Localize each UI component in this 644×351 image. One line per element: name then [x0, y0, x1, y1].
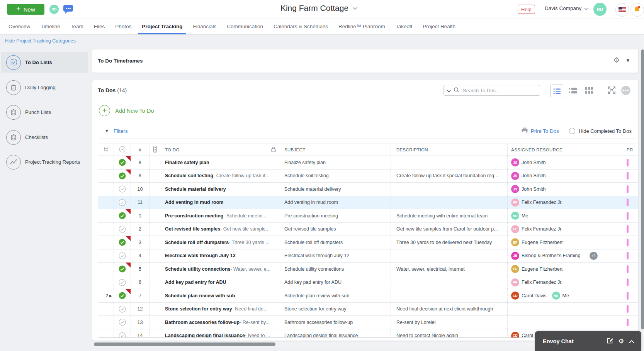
header-stoplight-column[interactable] [150, 144, 161, 156]
row-completed-cell[interactable] [114, 209, 131, 222]
header-description-column[interactable]: DESCRIPTION [391, 144, 508, 156]
tab-calendars-schedules[interactable]: Calendars & Schedules [274, 19, 328, 34]
row-completed-cell[interactable] [114, 183, 131, 196]
row-assigned-resources[interactable]: EFEugene Fitzherbert [508, 263, 623, 276]
sidebar-item-punch-lists[interactable]: Punch Lists [1, 102, 88, 122]
completed-checkbox[interactable] [119, 199, 126, 206]
row-completed-cell[interactable] [114, 196, 131, 209]
header-tree-column[interactable] [98, 144, 114, 156]
row-stoplight-cell[interactable] [150, 170, 161, 183]
header-assigned-column[interactable]: ASSIGNED RESOURCE [508, 144, 623, 156]
row-stoplight-cell[interactable] [150, 209, 161, 222]
tab-redline-planroom[interactable]: Redline™ Planroom [338, 19, 385, 34]
todo-table-row[interactable]: ▶ 6 Add key pad entry for ADU Add key pa… [98, 276, 638, 290]
row-todo-cell[interactable]: Get revised tile samples - Get new tile … [161, 223, 280, 236]
row-stoplight-cell[interactable] [150, 303, 161, 316]
tab-files[interactable]: Files [94, 19, 105, 34]
row-todo-cell[interactable]: Schedule soil testing - Create follow-up… [161, 170, 280, 183]
row-assigned-resources[interactable]: JSJohn Smith [508, 156, 623, 169]
help-button[interactable]: Help [518, 5, 535, 14]
header-number-column[interactable]: # [131, 144, 150, 156]
row-completed-cell[interactable] [114, 170, 131, 183]
row-stoplight-cell[interactable] [150, 249, 161, 263]
row-tree-cell[interactable]: ▶ [98, 209, 114, 222]
list-view-button[interactable] [551, 85, 563, 97]
board-view-button[interactable] [585, 87, 593, 95]
row-completed-cell[interactable] [114, 236, 131, 249]
sidebar-item-project-tracking-reports[interactable]: Project Tracking Reports [1, 152, 88, 172]
tab-financials[interactable]: Financials [193, 19, 216, 34]
chat-settings-gear-icon[interactable]: ⚙ [619, 338, 624, 344]
row-tree-cell[interactable]: ▶ [98, 223, 114, 236]
expand-arrow-icon[interactable]: ▶ [109, 294, 112, 298]
row-tree-cell[interactable]: ▶ [98, 249, 114, 263]
row-assigned-resources[interactable]: EFEugene Fitzherbert [508, 236, 623, 249]
row-todo-cell[interactable]: Electrical walk through July 12 [161, 249, 280, 263]
add-new-todo-button[interactable]: + Add New To Do [99, 105, 154, 116]
row-stoplight-cell[interactable] [150, 329, 161, 338]
hide-completed-checkbox[interactable] [569, 128, 575, 134]
row-stoplight-cell[interactable] [150, 289, 161, 302]
header-todo-column[interactable]: TO DO [161, 144, 280, 156]
header-subject-column[interactable]: SUBJECT [280, 144, 391, 156]
tree-view-button[interactable] [569, 87, 578, 95]
row-assigned-resources[interactable]: JSJohn Smith [508, 183, 623, 196]
row-tree-cell[interactable]: ▶ [98, 276, 114, 289]
row-todo-cell[interactable]: Schedule material delivery [161, 183, 280, 196]
tab-takeoff[interactable]: Takeoff [396, 19, 412, 34]
todo-table-row[interactable]: ▶ 5 Schedule utility connections - Water… [98, 263, 638, 276]
fullscreen-icon[interactable] [608, 86, 616, 96]
gear-icon[interactable]: ⚙ [613, 56, 620, 64]
tab-team[interactable]: Team [71, 19, 83, 34]
completed-checkbox[interactable] [119, 226, 126, 233]
header-completed-column[interactable] [114, 144, 131, 156]
row-completed-cell[interactable] [114, 276, 131, 289]
row-stoplight-cell[interactable] [150, 236, 161, 249]
row-todo-cell[interactable]: Schedule plan review with sub [161, 289, 280, 302]
row-completed-cell[interactable] [114, 289, 131, 302]
hide-categories-link[interactable]: Hide Project Tracking Categories [5, 38, 76, 44]
todo-table-row[interactable]: ▶ 9 Schedule soil testing - Create follo… [98, 170, 638, 183]
chat-bubble-icon[interactable] [63, 4, 74, 16]
completed-checkbox[interactable] [119, 332, 126, 338]
row-completed-cell[interactable] [114, 156, 131, 169]
todo-table-row[interactable]: ▶ 4 Electrical walk through July 12 Elec… [98, 249, 638, 263]
todo-table-row[interactable]: ▶ 1 Pre-construction meeting - Schedule … [98, 209, 638, 223]
print-todos-button[interactable]: Print To Dos [522, 127, 559, 135]
tab-overview[interactable]: Overview [8, 19, 30, 34]
chat-widget[interactable]: Envoy Chat ⚙ [535, 331, 641, 351]
row-completed-cell[interactable] [114, 329, 131, 338]
completed-checkbox[interactable] [119, 292, 126, 299]
notifications-button[interactable] [630, 3, 644, 17]
todo-table-row[interactable]: ▶ 2 Get revised tile samples - Get new t… [98, 223, 638, 236]
completed-checkbox[interactable] [119, 212, 126, 219]
todo-table-row[interactable]: ▶ 13 Bathroom accessories follow-up - Re… [98, 316, 638, 329]
row-completed-cell[interactable] [114, 249, 131, 263]
chevron-up-icon[interactable] [629, 338, 634, 345]
row-assigned-resources[interactable] [508, 316, 623, 329]
row-completed-cell[interactable] [114, 223, 131, 236]
row-tree-cell[interactable]: ▶ [98, 303, 114, 316]
project-title-dropdown[interactable]: King Farm Cottage [280, 3, 357, 13]
row-todo-cell[interactable]: Finalize safety plan [161, 156, 280, 169]
completed-checkbox[interactable] [119, 319, 126, 326]
row-stoplight-cell[interactable] [150, 316, 161, 329]
row-tree-cell[interactable]: ▶ [98, 183, 114, 196]
completed-checkbox[interactable] [119, 159, 126, 166]
tab-communication[interactable]: Communication [227, 19, 263, 34]
tab-project-tracking[interactable]: Project Tracking [142, 19, 182, 34]
todo-table-row[interactable]: 2 ▶ 7 Schedule plan review with sub Sche… [98, 289, 638, 303]
more-options-icon[interactable]: ●●● [621, 86, 630, 95]
row-tree-cell[interactable]: ▶ [98, 156, 114, 169]
row-completed-cell[interactable] [114, 263, 131, 276]
user-avatar-small[interactable]: RD [49, 5, 59, 14]
row-tree-cell[interactable]: ▶ [98, 170, 114, 183]
completed-checkbox[interactable] [119, 239, 126, 246]
row-completed-cell[interactable] [114, 303, 131, 316]
row-assigned-resources[interactable]: RDMe [508, 209, 623, 222]
row-todo-cell[interactable]: Pre-construction meeting - Schedule meet… [161, 209, 280, 222]
row-assigned-resources[interactable] [508, 303, 623, 316]
todo-table-row[interactable]: ▶ 3 Schedule roll off dumpsters - Three … [98, 236, 638, 249]
row-stoplight-cell[interactable] [150, 156, 161, 169]
chevron-down-icon[interactable] [447, 87, 451, 94]
